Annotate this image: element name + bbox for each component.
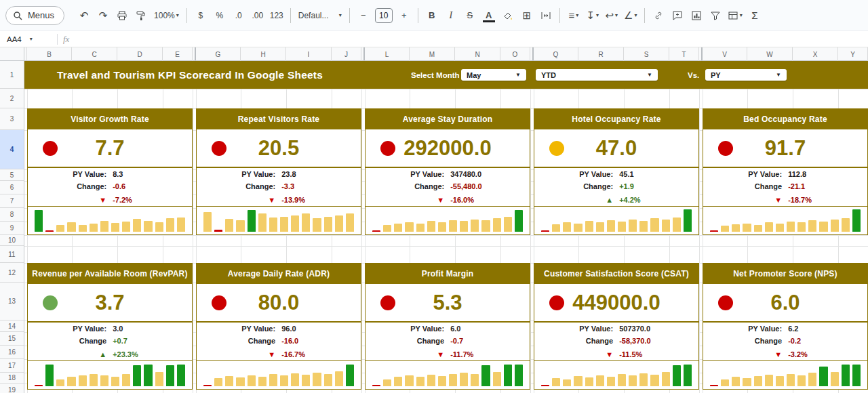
print-icon[interactable] <box>113 7 131 24</box>
undo-icon[interactable]: ↶ <box>75 7 93 24</box>
month-dropdown[interactable]: May ▼ <box>461 69 526 81</box>
functions-button[interactable]: Σ <box>746 7 764 24</box>
column-header-C[interactable]: C <box>72 47 117 61</box>
row-header-19[interactable]: 19 <box>0 384 24 393</box>
paint-format-icon[interactable] <box>132 7 150 24</box>
strikethrough-button[interactable]: S <box>461 7 479 24</box>
font-family-select[interactable]: Defaul... ▾ <box>296 11 344 20</box>
text-wrap-icon[interactable]: ↩▾ <box>603 7 620 24</box>
font-size-input[interactable]: 10 <box>375 8 393 23</box>
spark-bar <box>639 373 648 386</box>
spark-bar <box>291 215 299 232</box>
text-color-button[interactable]: A <box>480 7 498 24</box>
column-header-D[interactable]: D <box>117 47 163 61</box>
dropdown-arrow-icon: ▼ <box>776 72 781 78</box>
vs-dropdown[interactable]: PY ▼ <box>705 69 787 81</box>
column-header-T[interactable]: T <box>669 47 699 61</box>
column-header-Q[interactable]: Q <box>534 47 578 61</box>
row-header-6[interactable]: 6 <box>0 181 24 194</box>
decrease-font-size-button[interactable]: − <box>355 7 372 24</box>
column-header-G[interactable]: G <box>196 47 241 61</box>
column-header-V[interactable]: V <box>703 47 747 61</box>
bold-button[interactable]: B <box>423 7 441 24</box>
italic-button[interactable]: I <box>442 7 460 24</box>
number-format-button[interactable]: 123 <box>268 7 285 24</box>
row-header-2[interactable]: 2 <box>0 89 24 108</box>
horizontal-align-icon[interactable]: ≡▾ <box>565 7 583 24</box>
increase-font-size-button[interactable]: + <box>395 7 413 24</box>
dropdown-arrow-icon: ▼ <box>515 72 521 78</box>
zoom-value: 100% <box>154 11 175 20</box>
row-header-16[interactable]: 16 <box>0 346 24 359</box>
gridline <box>530 61 531 393</box>
decrease-decimal-button[interactable]: .0 <box>230 7 248 24</box>
spark-bar <box>585 221 593 232</box>
insert-chart-icon[interactable] <box>688 7 705 24</box>
row-header-17[interactable]: 17 <box>0 359 24 373</box>
increase-decimal-button[interactable]: .00 <box>249 7 267 24</box>
spark-bar <box>258 377 267 386</box>
row-header-12[interactable]: 12 <box>0 263 24 283</box>
column-header-M[interactable]: M <box>410 47 455 61</box>
spark-bar <box>639 221 648 232</box>
period-dropdown[interactable]: YTD ▼ <box>536 69 658 81</box>
column-header-S[interactable]: S <box>624 47 669 61</box>
column-header-O[interactable]: O <box>500 47 530 61</box>
borders-icon[interactable]: ⊞ <box>518 7 536 24</box>
column-header-J[interactable]: J <box>332 47 361 61</box>
row-header-5[interactable]: 5 <box>0 169 24 181</box>
row-header-11[interactable]: 11 <box>0 246 24 263</box>
row-header-7[interactable]: 7 <box>0 194 24 208</box>
formula-bar-divider <box>57 34 58 45</box>
merge-cells-icon[interactable] <box>537 7 555 24</box>
zoom-control[interactable]: 100% ▾ <box>151 11 182 20</box>
column-header-B[interactable]: B <box>27 47 72 61</box>
column-header-X[interactable]: X <box>793 47 838 61</box>
fx-icon: fx <box>63 34 69 45</box>
spark-bar <box>45 365 54 386</box>
row-header-3[interactable]: 3 <box>0 108 24 130</box>
row-header-8[interactable]: 8 <box>0 208 24 222</box>
column-header-Y[interactable]: Y <box>838 47 868 61</box>
column-header-W[interactable]: W <box>747 47 793 61</box>
insert-comment-icon[interactable] <box>669 7 686 24</box>
insert-link-icon[interactable] <box>650 7 667 24</box>
cell-name-box[interactable]: AA4 ▾ <box>0 35 52 43</box>
column-header-E[interactable]: E <box>163 47 193 61</box>
vertical-align-icon[interactable]: ↧▾ <box>584 7 601 24</box>
redo-icon[interactable]: ↷ <box>94 7 112 24</box>
py-label: PY Value: <box>703 325 782 333</box>
row-header-10[interactable]: 10 <box>0 235 24 246</box>
row-header-13[interactable]: 13 <box>0 283 24 320</box>
spark-bar <box>776 224 784 232</box>
row-header-4[interactable]: 4 <box>0 130 24 169</box>
sparkline <box>28 207 192 234</box>
gridline <box>361 61 362 393</box>
row-header-1[interactable]: 1 <box>0 61 24 89</box>
column-header-L[interactable]: L <box>365 47 410 61</box>
chevron-down-icon: ▾ <box>576 12 578 18</box>
row-header-15[interactable]: 15 <box>0 332 24 346</box>
column-header-N[interactable]: N <box>455 47 500 61</box>
column-header-R[interactable]: R <box>578 47 624 61</box>
select-all-corner[interactable] <box>0 47 24 61</box>
filter-views-icon[interactable]: ▾ <box>726 7 745 24</box>
currency-format-button[interactable]: $ <box>192 7 210 24</box>
text-rotation-icon[interactable]: ∠▾ <box>622 7 639 24</box>
row-header-14[interactable]: 14 <box>0 320 24 332</box>
py-value: 3.0 <box>106 325 192 333</box>
sheet-grid[interactable]: Travel and Tourism KPI Scorecard In Goog… <box>24 61 868 393</box>
spark-bar <box>269 374 277 386</box>
sparkline <box>28 361 192 389</box>
column-header-I[interactable]: I <box>286 47 332 61</box>
menus-button[interactable]: Menus <box>5 6 64 25</box>
row-header-18[interactable]: 18 <box>0 373 24 384</box>
spark-bar <box>842 218 850 232</box>
spark-bar <box>427 375 435 386</box>
create-filter-icon[interactable] <box>707 7 724 24</box>
fill-color-icon[interactable] <box>499 7 517 24</box>
row-header-9[interactable]: 9 <box>0 222 24 235</box>
spark-bar <box>650 375 658 386</box>
percent-format-button[interactable]: % <box>211 7 229 24</box>
column-header-H[interactable]: H <box>241 47 286 61</box>
